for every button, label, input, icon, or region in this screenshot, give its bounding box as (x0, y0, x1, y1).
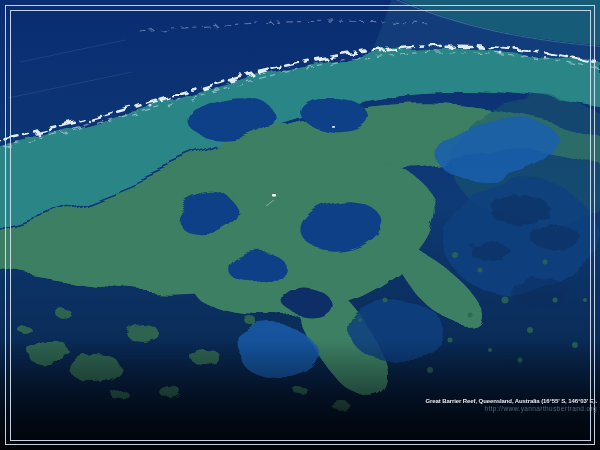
boat-icon (272, 194, 276, 196)
bottom-shadow (0, 340, 600, 450)
photo-canvas (0, 0, 600, 450)
boat-icon (332, 126, 335, 128)
wallpaper-photo: Great Barrier Reef, Queensland, Australi… (0, 0, 600, 450)
